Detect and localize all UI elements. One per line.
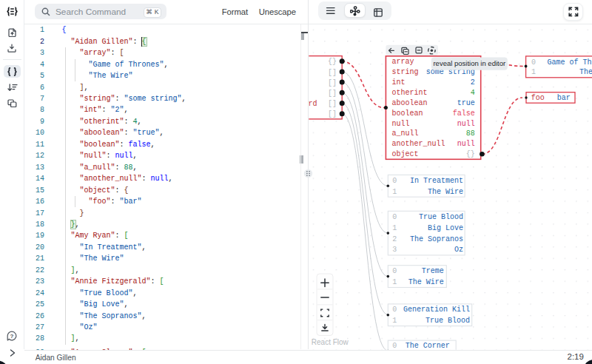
svg-text:[]: [] — [328, 110, 337, 118]
svg-text:The Wire: The Wire — [408, 278, 444, 286]
svg-text:1: 1 — [392, 224, 397, 232]
svg-text:{}: {} — [328, 58, 337, 66]
svg-text:The Wire: The Wire — [428, 188, 463, 196]
svg-text:null: null — [391, 120, 409, 128]
svg-text:false: false — [453, 109, 475, 118]
svg-text:[]: [] — [328, 100, 337, 108]
svg-text:Game of Thrones: Game of Thrones — [547, 58, 592, 67]
svg-text:Big Love: Big Love — [428, 224, 463, 232]
svg-text:1: 1 — [392, 278, 397, 286]
svg-text:The Corner: The Corner — [406, 342, 450, 350]
svg-text:0: 0 — [392, 213, 397, 221]
svg-text:aboolean: aboolean — [391, 99, 427, 107]
svg-text:True Blood: True Blood — [426, 317, 470, 325]
svg-text:bar: bar — [557, 94, 571, 102]
svg-text:True Blood: True Blood — [419, 213, 463, 221]
svg-text:array: array — [391, 58, 414, 66]
svg-text:React Flow: React Flow — [312, 338, 349, 346]
svg-text:true: true — [457, 99, 475, 107]
svg-text:[]: [] — [328, 69, 337, 77]
svg-text:The Wire: The Wire — [579, 68, 592, 76]
svg-text:0: 0 — [392, 177, 397, 185]
svg-text:3: 3 — [392, 246, 397, 254]
svg-text:2: 2 — [392, 235, 397, 243]
svg-text:In Treatment: In Treatment — [410, 177, 463, 185]
svg-text:1: 1 — [531, 68, 536, 76]
svg-text:[]: [] — [328, 79, 337, 87]
svg-text:boolean: boolean — [391, 109, 423, 118]
svg-text:rd: rd — [309, 100, 317, 108]
svg-text:0: 0 — [392, 342, 397, 350]
svg-text:another_null: another_null — [391, 140, 445, 148]
svg-text:0: 0 — [392, 306, 397, 314]
svg-text:88: 88 — [466, 129, 475, 138]
svg-text:Generation Kill: Generation Kill — [403, 306, 470, 314]
svg-text:Treme: Treme — [422, 267, 444, 275]
svg-text:2: 2 — [471, 78, 475, 87]
svg-text:null: null — [457, 120, 475, 128]
svg-text:a_null: a_null — [391, 129, 418, 138]
svg-text:foo: foo — [531, 94, 545, 102]
svg-text:{}: {} — [466, 150, 475, 158]
svg-text:1: 1 — [392, 188, 397, 196]
svg-text:otherint: otherint — [391, 89, 427, 97]
svg-text:?: ? — [10, 333, 14, 340]
svg-text:1: 1 — [392, 317, 397, 325]
svg-text:object: object — [391, 150, 418, 158]
svg-text:int: int — [391, 78, 405, 87]
svg-text:reveal position in editor: reveal position in editor — [433, 59, 505, 67]
svg-text:Oz: Oz — [454, 246, 463, 254]
svg-text:string: string — [391, 68, 418, 76]
svg-text:0: 0 — [531, 58, 536, 67]
svg-text:0: 0 — [392, 267, 397, 275]
svg-text:[]: [] — [328, 90, 337, 98]
svg-text:null: null — [457, 140, 475, 148]
svg-text:4: 4 — [471, 89, 475, 97]
svg-text:The Sopranos: The Sopranos — [410, 235, 463, 243]
